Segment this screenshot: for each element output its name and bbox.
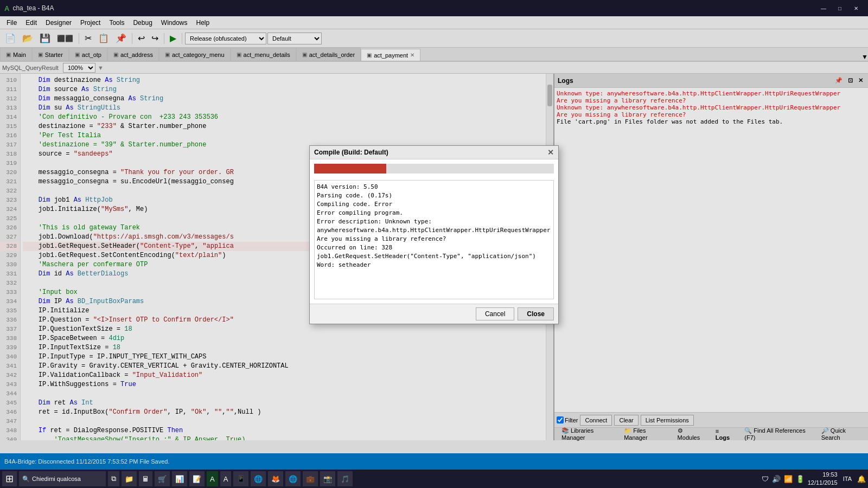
dialog-output-line: job1.GetRequest.SetHeader("Content-Type"… bbox=[317, 252, 551, 261]
app8-button[interactable]: 💼 bbox=[303, 471, 318, 486]
search-placeholder: Chiedimi qualcosa bbox=[32, 476, 81, 482]
dialog-title-text: Compile (Build: Default) bbox=[314, 149, 388, 156]
explorer-button[interactable]: 📁 bbox=[122, 471, 137, 486]
dialog-output-line: Error description: Unknown type: bbox=[317, 217, 551, 226]
close-button[interactable]: Close bbox=[518, 307, 554, 320]
cancel-button[interactable]: Cancel bbox=[476, 307, 514, 320]
modal-overlay: Compile (Build: Default) ✕ B4A version: … bbox=[0, 0, 868, 470]
dialog-output-line: Are you missing a library reference? bbox=[317, 235, 551, 243]
progress-bar-background bbox=[314, 164, 554, 174]
dialog-progress-area bbox=[310, 159, 558, 178]
dialog-output-line: B4A version: 5.50 bbox=[317, 183, 551, 191]
dialog-output-line: Error compiling program. bbox=[317, 209, 551, 217]
taskbar: ⊞ 🔍 Chiedimi qualcosa ⧉ 📁 🖩 🛒 📊 📝 A A 📱 … bbox=[0, 470, 868, 488]
volume-tray-icon[interactable]: 🔊 bbox=[772, 475, 781, 483]
dialog-close-button[interactable]: ✕ bbox=[547, 148, 554, 157]
app3-button[interactable]: A bbox=[220, 471, 232, 486]
dialog-buttons: Cancel Close bbox=[310, 304, 558, 324]
progress-bar-fill bbox=[314, 164, 386, 174]
app7-button[interactable]: 🌐 bbox=[285, 471, 301, 486]
app5-button[interactable]: 🌐 bbox=[251, 471, 266, 486]
dialog-title-bar: Compile (Build: Default) ✕ bbox=[310, 146, 558, 159]
app4-button[interactable]: 📱 bbox=[233, 471, 248, 486]
time-display: 19:53 bbox=[808, 471, 838, 479]
dialog-output-line: Word: setheader bbox=[317, 261, 551, 269]
search-icon: 🔍 bbox=[22, 476, 30, 483]
calculator-button[interactable]: 🖩 bbox=[139, 471, 152, 486]
task-view-button[interactable]: ⧉ bbox=[108, 471, 119, 486]
notification-tray-icon[interactable]: 🔔 bbox=[857, 475, 866, 483]
dialog-output-line: Compiling code. Error bbox=[317, 200, 551, 209]
search-button[interactable]: 🔍 Chiedimi qualcosa bbox=[19, 471, 106, 486]
dialog-output-line: Occurred on line: 328 bbox=[317, 243, 551, 252]
taskbar-right: 🛡 🔊 📶 🔋 19:53 12/11/2015 ITA 🔔 bbox=[762, 471, 866, 487]
app10-button[interactable]: 🎵 bbox=[337, 471, 353, 486]
app2-button[interactable]: 📝 bbox=[189, 471, 205, 486]
date-display: 12/11/2015 bbox=[808, 479, 838, 487]
lang-display: ITA bbox=[841, 476, 854, 482]
start-button[interactable]: ⊞ bbox=[2, 471, 17, 486]
dialog-output[interactable]: B4A version: 5.50 Parsing code. (0.17s) … bbox=[314, 180, 554, 299]
dialog-output-line: Parsing code. (0.17s) bbox=[317, 191, 551, 200]
app6-button[interactable]: 🦊 bbox=[268, 471, 283, 486]
app1-button[interactable]: 📊 bbox=[172, 471, 187, 486]
app9-button[interactable]: 📸 bbox=[320, 471, 335, 486]
compile-dialog: Compile (Build: Default) ✕ B4A version: … bbox=[309, 145, 559, 324]
dialog-output-line: anywheresoftware.b4a.http.HttpClientWrap… bbox=[317, 226, 551, 235]
network-tray-icon[interactable]: 📶 bbox=[784, 475, 793, 483]
b4a-button[interactable]: A bbox=[207, 471, 218, 486]
clock-display[interactable]: 19:53 12/11/2015 bbox=[808, 471, 838, 487]
antivirus-tray-icon[interactable]: 🛡 bbox=[762, 475, 769, 483]
battery-tray-icon[interactable]: 🔋 bbox=[796, 475, 805, 483]
store-button[interactable]: 🛒 bbox=[155, 471, 170, 486]
